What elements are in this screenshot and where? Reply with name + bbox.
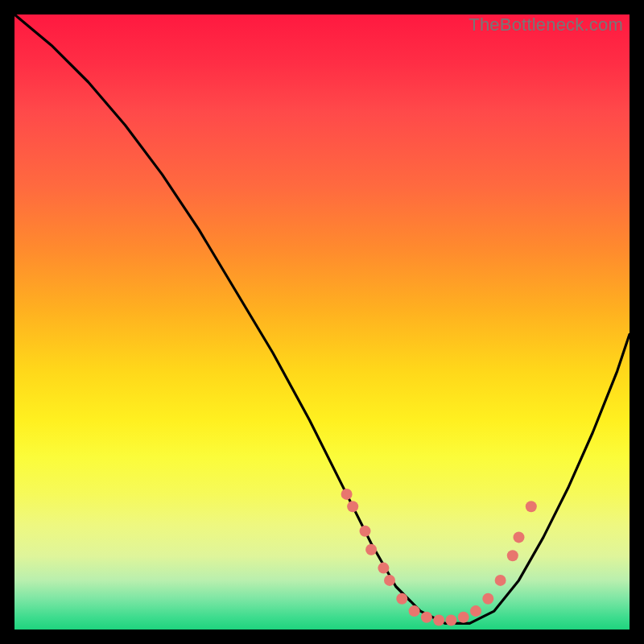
data-marker <box>409 605 420 617</box>
curve-path <box>14 14 630 623</box>
chart-frame: TheBottleneck.com <box>14 14 630 630</box>
data-marker <box>347 501 358 512</box>
data-markers <box>341 489 537 626</box>
data-marker <box>482 593 493 605</box>
data-marker <box>378 563 389 574</box>
data-marker <box>433 615 444 626</box>
data-marker <box>495 575 506 586</box>
data-marker <box>470 605 481 617</box>
data-marker <box>514 531 525 543</box>
data-marker <box>526 501 537 512</box>
data-marker <box>421 612 432 623</box>
data-marker <box>365 544 377 555</box>
data-marker <box>396 593 407 605</box>
data-marker <box>360 526 371 537</box>
watermark-label: TheBottleneck.com <box>469 14 623 35</box>
bottleneck-curve <box>14 14 630 623</box>
data-marker <box>384 575 395 586</box>
data-marker <box>341 489 353 500</box>
chart-svg <box>14 14 630 630</box>
data-marker <box>507 550 518 561</box>
data-marker <box>458 612 469 623</box>
data-marker <box>445 615 456 626</box>
